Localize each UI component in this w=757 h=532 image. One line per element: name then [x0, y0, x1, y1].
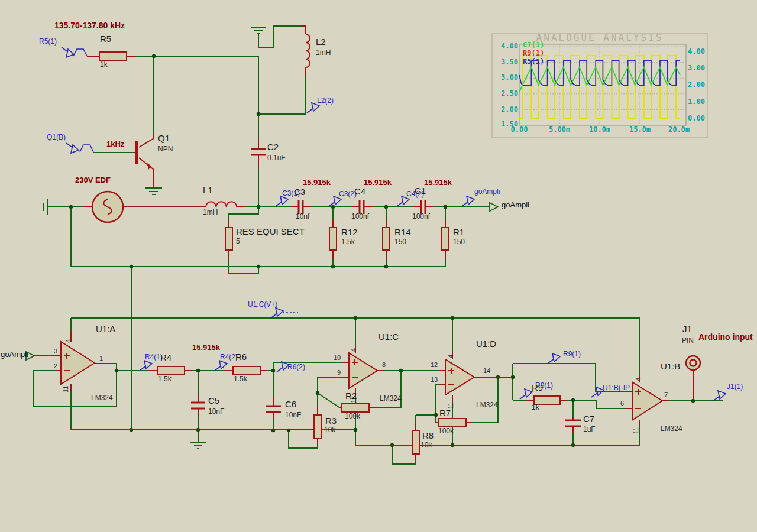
- u1b-pin4: 4: [635, 378, 642, 381]
- r3-val: 10k: [324, 426, 335, 434]
- c4-ref: C4: [354, 187, 365, 196]
- probe-goampli-icon: [462, 196, 474, 206]
- terminal-label-goampli-in: goAmpli: [1, 351, 28, 359]
- u1b-pin6: 6: [620, 400, 624, 407]
- u1c-pin4: 4: [351, 348, 358, 352]
- x-tick-0: 0.00: [500, 126, 538, 134]
- left-tick-3: 3.00: [498, 74, 518, 82]
- c1-val: 100nf: [412, 213, 430, 220]
- res-val: 5: [236, 238, 240, 245]
- r8-val: 10k: [420, 442, 432, 449]
- right-tick-3: 3.00: [688, 64, 705, 72]
- l1-ref: L1: [203, 186, 213, 195]
- source-label: 230V EDF: [75, 176, 111, 184]
- q1-ref: Q1: [158, 134, 170, 143]
- probe-u1c-vp-icon: [271, 308, 283, 318]
- probe-label-goampli: goAmpli: [474, 188, 500, 196]
- c5-ref: C5: [208, 396, 219, 406]
- r1-val: 150: [453, 238, 465, 246]
- opamp-U1C[interactable]: [349, 353, 377, 388]
- r5-ref: R5: [100, 34, 111, 44]
- probe-label-r6-2: R6(2): [287, 364, 305, 371]
- u1c-pin8: 8: [382, 362, 386, 369]
- freq-label-c3: 15.915k: [303, 179, 331, 187]
- u1a-pin4: 4: [65, 339, 72, 343]
- x-tick-10m: 10.0m: [581, 126, 619, 134]
- c3-ref: C3: [294, 187, 305, 197]
- resistor-R14: [383, 228, 390, 250]
- u1a-part: LM324: [91, 394, 113, 402]
- probe-label-r9-1b: R9(1): [535, 382, 553, 390]
- probe-c3-1-icon: [276, 196, 288, 206]
- r6-val: 1.5k: [234, 375, 247, 383]
- r12-val: 1.5k: [341, 238, 355, 246]
- freq-label-r6: 15.915k: [192, 343, 220, 352]
- r12-ref: R12: [341, 228, 358, 237]
- left-tick-2: 2.00: [498, 106, 518, 113]
- r2-val: 100k: [345, 413, 360, 420]
- right-tick-4: 4.00: [688, 48, 705, 56]
- resistors[interactable]: [99, 52, 560, 454]
- u1d-pin12: 12: [431, 362, 438, 369]
- c3-val: 10nf: [296, 213, 309, 220]
- c2-val: 0.1uF: [267, 154, 286, 162]
- c7-val: 1uF: [583, 426, 596, 433]
- r14-ref: R14: [394, 228, 411, 237]
- l2-val: 1mH: [316, 49, 331, 57]
- opamp-U1D[interactable]: [445, 359, 474, 395]
- r1-ref: R1: [453, 228, 464, 237]
- legend-r5-1: R5(1): [523, 58, 544, 66]
- ac-source-230v[interactable]: [92, 192, 123, 222]
- u1c-pin10: 10: [334, 355, 341, 362]
- connector-J1[interactable]: [686, 356, 700, 370]
- probe-r9-1a-icon: [548, 353, 560, 364]
- probe-r9-1b-icon: [520, 389, 532, 399]
- x-tick-20m: 20.0m: [660, 126, 698, 134]
- u1d-pin14: 14: [483, 368, 490, 375]
- left-tick-35: 3.50: [498, 59, 518, 66]
- probe-r5-1-icon: [62, 47, 74, 57]
- resistor-R5: [99, 52, 127, 60]
- u1d-pin13: 13: [431, 377, 438, 384]
- r9-val: 1k: [532, 404, 539, 411]
- r4-val: 1.5k: [158, 375, 172, 383]
- r5-val: 1k: [100, 61, 108, 69]
- opamp-U1B[interactable]: [633, 382, 662, 420]
- frequency-range-label: 135.70-137.80 kHz: [54, 21, 125, 30]
- c2-ref: C2: [267, 142, 279, 152]
- x-tick-5m: 5.00m: [541, 126, 578, 134]
- probe-label-r5-1: R5(1): [39, 38, 57, 46]
- inductor-L1[interactable]: [206, 202, 237, 207]
- inductor-L2[interactable]: [306, 34, 310, 67]
- u1a-pin11: 11: [63, 386, 70, 392]
- opamp-U1A[interactable]: [61, 342, 95, 384]
- u1a-ref: U1:A: [96, 325, 115, 334]
- u1d-part: LM324: [476, 401, 498, 409]
- right-tick-1: 1.00: [688, 98, 705, 106]
- terminal-label-goampli-out: goAmpli: [502, 201, 529, 209]
- q1-val: NPN: [158, 145, 173, 153]
- u1b-part: LM324: [661, 425, 682, 433]
- resistor-R8: [412, 430, 419, 454]
- probe-label-l2-2: L2(2): [317, 97, 334, 105]
- probe-label-u1b-ip: U1:B(-IP: [603, 384, 630, 392]
- probe-label-r9-1a: R9(1): [563, 351, 581, 358]
- l1-val: 1mH: [203, 209, 218, 216]
- c4-val: 100nf: [351, 213, 369, 220]
- capacitor-plates[interactable]: [191, 149, 581, 426]
- c7-ref: C7: [583, 414, 594, 424]
- schematic-canvas: [0, 0, 757, 532]
- right-tick-0: 0.00: [688, 115, 705, 122]
- freq-label-c1: 15.915k: [424, 179, 452, 187]
- x-tick-15m: 15.0m: [621, 126, 659, 134]
- u1c-ref: U1:C: [378, 332, 399, 342]
- c1-ref: C1: [415, 186, 426, 196]
- l2-ref: L2: [316, 37, 326, 47]
- r4-ref: R4: [160, 353, 172, 362]
- resistor-R6: [233, 366, 260, 375]
- terminal-goampli-out[interactable]: [490, 203, 498, 211]
- resistor-R3: [314, 415, 321, 439]
- u1d-pin4: 4: [448, 355, 455, 358]
- res-ref: RES EQUI SECT: [236, 227, 305, 236]
- probe-r4-2-icon: [215, 361, 227, 371]
